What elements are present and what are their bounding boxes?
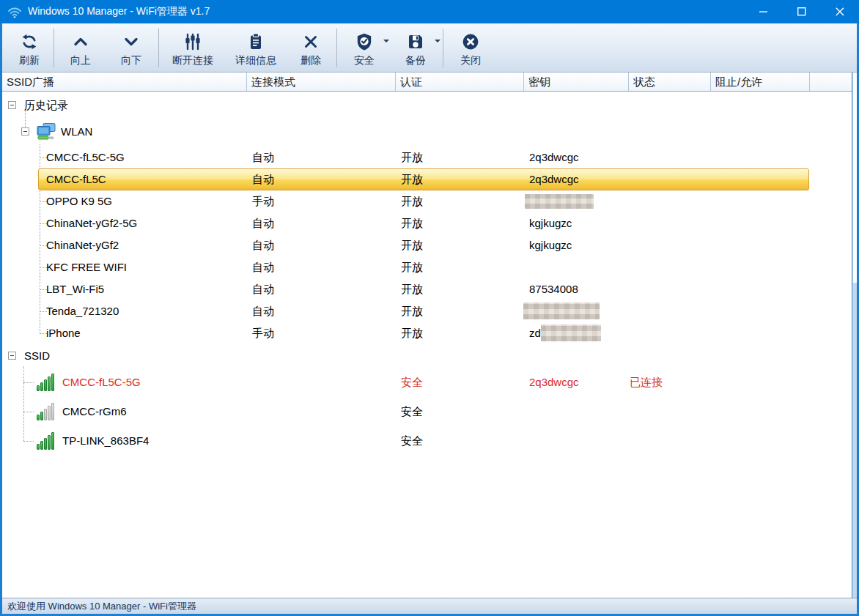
refresh-icon	[20, 31, 39, 52]
auth-cell: 开放	[401, 256, 423, 278]
auth-cell: 安全	[401, 368, 423, 397]
toolbar: 刷新 向上 向下	[2, 23, 857, 73]
close-window-button[interactable]	[821, 0, 859, 23]
signal-strength-icon	[36, 402, 56, 421]
table-row[interactable]: TP-LINK_863BF4 安全	[2, 426, 852, 456]
table-row-selected[interactable]: CMCC-fL5C 自动 开放 2q3dwcgc	[2, 168, 852, 190]
auth-cell: 开放	[401, 322, 423, 344]
table-row[interactable]: CMCC-fL5C-5G 自动 开放 2q3dwcgc	[2, 146, 852, 168]
delete-button[interactable]: 删除	[287, 23, 335, 72]
table-row[interactable]: CMCC-rGm6 安全	[2, 397, 852, 426]
sliders-icon	[183, 31, 202, 52]
ssid-cell: OPPO K9 5G	[46, 190, 112, 212]
column-header-mode[interactable]: 连接模式	[247, 73, 396, 91]
details-button[interactable]: 详细信息	[225, 23, 287, 72]
table-row[interactable]: iPhone 手动 开放 zd	[2, 322, 852, 344]
tree-node-wlan[interactable]: WLAN	[2, 119, 852, 144]
mode-cell: 自动	[252, 278, 274, 300]
mode-cell: 自动	[252, 256, 274, 278]
auth-cell: 开放	[401, 146, 423, 168]
censored-key	[523, 303, 600, 319]
toolbar-label: 详细信息	[235, 54, 276, 67]
key-cell: kgjkugzc	[529, 234, 572, 256]
column-header-key[interactable]: 密钥	[524, 73, 629, 91]
table-row[interactable]: ChinaNet-yGf2-5G 自动 开放 kgjkugzc	[2, 212, 852, 234]
toolbar-label: 向上	[70, 54, 91, 67]
tree-node-ssid[interactable]: SSID	[2, 346, 852, 366]
table-row[interactable]: KFC FREE WIFI 自动 开放	[2, 256, 852, 278]
table-row[interactable]: CMCC-fL5C-5G 安全 2q3dwcgc 已连接	[2, 368, 852, 397]
title-bar: Windows 10 Manager - WiFi管理器 v1.7	[0, 0, 859, 23]
minimize-button[interactable]	[745, 0, 783, 23]
mode-cell: 自动	[252, 146, 274, 168]
toolbar-separator	[443, 29, 443, 67]
column-header-auth[interactable]: 认证	[396, 73, 524, 91]
key-cell: 2q3dwcgc	[529, 168, 579, 190]
auth-cell: 开放	[401, 212, 423, 234]
column-header-block[interactable]: 阻止/允许	[711, 73, 810, 91]
key-cell: zd	[529, 322, 541, 344]
column-header-status[interactable]: 状态	[629, 73, 711, 91]
mode-cell: 自动	[252, 300, 274, 322]
dropdown-arrow-icon[interactable]	[383, 40, 389, 42]
mode-cell: 手动	[252, 190, 274, 212]
ssid-cell: CMCC-fL5C-5G	[62, 368, 141, 397]
collapse-icon[interactable]	[8, 352, 16, 360]
auth-cell: 开放	[401, 190, 423, 212]
table-row[interactable]: LBT_Wi-Fi5 自动 开放 87534008	[2, 278, 852, 300]
toolbar-label: 断开连接	[172, 54, 213, 67]
ssid-cell: KFC FREE WIFI	[46, 256, 127, 278]
network-adapter-icon	[36, 123, 56, 141]
key-cell: 87534008	[529, 278, 578, 300]
security-button[interactable]: 安全	[339, 23, 390, 72]
wifi-icon	[7, 6, 22, 18]
toolbar-separator	[336, 29, 337, 67]
toolbar-separator	[54, 29, 54, 67]
chevron-down-icon	[122, 31, 141, 52]
ssid-cell: TP-LINK_863BF4	[62, 426, 149, 456]
tree-node-label: 历史记录	[24, 95, 68, 116]
mode-cell: 手动	[252, 322, 274, 344]
network-list: 历史记录 WLAN CMCC-fL5C-5G 自动 开放 2q3dwcgc	[2, 92, 852, 598]
tree-node-label: SSID	[24, 346, 50, 366]
collapse-icon[interactable]	[8, 101, 16, 109]
clipboard-icon	[246, 31, 265, 52]
refresh-button[interactable]: 刷新	[7, 23, 52, 72]
tree-node-label: WLAN	[61, 119, 92, 144]
ssid-cell: ChinaNet-yGf2-5G	[46, 212, 137, 234]
status-text: 欢迎使用 Windows 10 Manager - WiFi管理器	[7, 601, 196, 612]
maximize-button[interactable]	[783, 0, 821, 23]
auth-cell: 安全	[401, 426, 423, 456]
column-header-ssid[interactable]: SSID广播	[2, 73, 247, 91]
move-up-button[interactable]: 向上	[56, 23, 106, 72]
ssid-cell: CMCC-fL5C	[46, 168, 106, 190]
key-cell: kgjkugzc	[529, 212, 572, 234]
ssid-cell: LBT_Wi-Fi5	[46, 278, 104, 300]
move-down-button[interactable]: 向下	[106, 23, 157, 72]
table-row[interactable]: Tenda_721320 自动 开放	[2, 300, 852, 322]
auth-cell: 开放	[401, 168, 423, 190]
backup-button[interactable]: 备份	[390, 23, 441, 72]
status-bar: 欢迎使用 Windows 10 Manager - WiFi管理器	[2, 598, 857, 614]
ssid-cell: CMCC-fL5C-5G	[46, 146, 125, 168]
toolbar-label: 删除	[301, 54, 321, 67]
dropdown-arrow-icon[interactable]	[435, 40, 440, 42]
column-header-filler	[810, 73, 857, 91]
table-row[interactable]: ChinaNet-yGf2 自动 开放 kgjkugzc	[2, 234, 852, 256]
tree-node-history[interactable]: 历史记录	[2, 95, 852, 116]
ssid-cell: Tenda_721320	[46, 300, 119, 322]
table-row[interactable]: OPPO K9 5G 手动 开放	[2, 190, 852, 212]
column-header-row: SSID广播 连接模式 认证 密钥 状态 阻止/允许	[2, 73, 857, 92]
vertical-scrollbar[interactable]	[852, 73, 857, 598]
auth-cell: 安全	[401, 397, 423, 426]
close-button[interactable]: 关闭	[445, 23, 496, 72]
censored-key	[525, 194, 594, 209]
toolbar-label: 向下	[121, 54, 141, 67]
ssid-cell: CMCC-rGm6	[62, 397, 127, 426]
censored-key	[541, 324, 601, 341]
toolbar-label: 安全	[354, 54, 375, 67]
disconnect-button[interactable]: 断开连接	[161, 23, 225, 72]
collapse-icon[interactable]	[21, 127, 29, 136]
key-cell: 2q3dwcgc	[529, 146, 579, 168]
key-cell: 2q3dwcgc	[529, 368, 579, 397]
